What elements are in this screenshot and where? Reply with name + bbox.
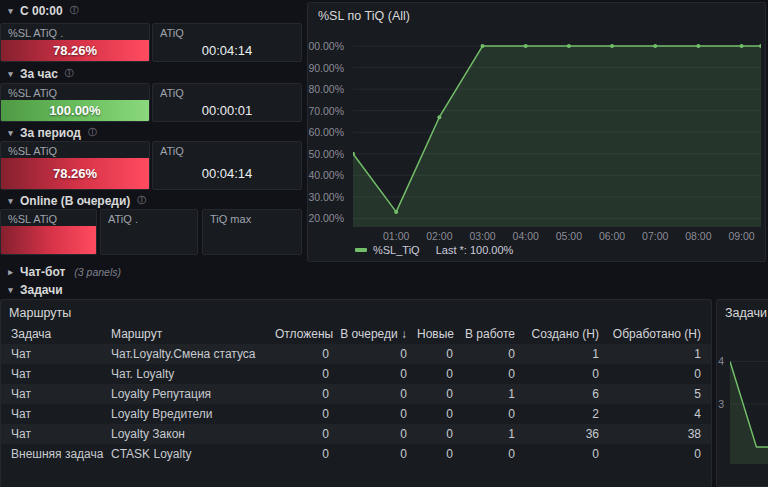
stat-panel-atiq-period: ATiQ 00:04:14 xyxy=(152,141,302,190)
table-row: Внешняя задачаCTASK Loyalty000000 xyxy=(1,444,711,464)
y-tick-label: 70.00% xyxy=(308,105,344,117)
stat-value: 78.26% xyxy=(53,166,97,181)
table-cell: 0 xyxy=(270,424,334,444)
stat-panel-atiq-day: ATiQ 00:04:14 xyxy=(152,23,302,62)
column-header[interactable]: Создано (Н) xyxy=(520,324,604,344)
chevron-down-icon: ▾ xyxy=(6,285,15,295)
table-cell: 0 xyxy=(520,364,604,384)
panel-title[interactable]: %SL ATiQ xyxy=(1,142,149,158)
table-cell: Чат xyxy=(6,384,106,404)
table-cell: Чат xyxy=(6,344,106,364)
column-header[interactable]: Отложены xyxy=(270,324,334,344)
chevron-down-icon: ▾ xyxy=(6,196,15,206)
stat-value: 00:04:14 xyxy=(153,158,301,189)
row-header-period[interactable]: ▾ За период ⓘ xyxy=(6,125,97,140)
row-info-icon[interactable]: ⓘ xyxy=(88,126,97,139)
time-series-plot[interactable] xyxy=(730,340,768,464)
chevron-right-icon: ▸ xyxy=(6,267,15,277)
stat-value-bar: 78.26% xyxy=(1,40,149,61)
x-tick-label: 02:00 xyxy=(426,230,452,242)
table-cell: 0 xyxy=(270,444,334,464)
panel-title[interactable]: ATiQ xyxy=(153,24,301,40)
table-cell: 0 xyxy=(270,364,334,384)
stat-value: 100.00% xyxy=(49,103,100,118)
x-tick-label: 05:00 xyxy=(556,230,582,242)
row-title: За период xyxy=(20,126,81,140)
table-cell: 0 xyxy=(334,344,412,364)
table-cell: Чат xyxy=(6,404,106,424)
y-tick-label: 3 xyxy=(718,398,724,410)
stat-panel-atiq-online: ATiQ . xyxy=(100,209,198,255)
panel-title[interactable]: %SL ATiQ . xyxy=(1,24,149,40)
table-cell: Loyalty Репутация xyxy=(106,384,270,404)
panel-title[interactable]: TiQ max xyxy=(203,210,301,226)
panel-title[interactable]: %SL ATiQ xyxy=(1,84,149,100)
table-cell: Чат xyxy=(6,364,106,384)
column-header[interactable]: Новые xyxy=(412,324,458,344)
row-header-online[interactable]: ▾ Online (В очереди) ⓘ xyxy=(6,193,146,208)
row-title: С 00:00 xyxy=(20,4,63,18)
panel-title[interactable]: Маршруты xyxy=(1,300,711,326)
stat-value xyxy=(101,226,197,254)
x-tick-label: 04:00 xyxy=(513,230,539,242)
y-tick-label: 4 xyxy=(718,355,724,367)
table-row: ЧатLoyalty Вредители000024 xyxy=(1,404,711,424)
row-header-since-0000[interactable]: ▾ С 00:00 ⓘ xyxy=(6,3,79,18)
table-cell: 5 xyxy=(604,384,706,404)
table-cell: 0 xyxy=(334,424,412,444)
column-header[interactable]: В очереди ↓ xyxy=(334,324,412,344)
chevron-down-icon: ▾ xyxy=(6,128,15,138)
chevron-down-icon: ▾ xyxy=(6,6,15,16)
panel-title[interactable]: ATiQ . xyxy=(101,210,197,226)
row-info-icon[interactable]: ⓘ xyxy=(137,194,146,207)
column-header[interactable]: Маршрут xyxy=(106,324,270,344)
column-header[interactable]: Обработано (Н) xyxy=(604,324,706,344)
row-header-hour[interactable]: ▾ За час ⓘ xyxy=(6,66,74,81)
row-header-tasks[interactable]: ▾ Задачи xyxy=(6,282,63,297)
table-cell: 1 xyxy=(458,384,520,404)
panel-title[interactable]: %SL по TiQ (All) xyxy=(308,3,765,29)
table-row: ЧатLoyalty Закон00013638 xyxy=(1,424,711,444)
column-header[interactable]: В работе xyxy=(458,324,520,344)
row-info-icon[interactable]: ⓘ xyxy=(70,4,79,17)
y-axis-labels: 100.00%90.00%80.00%70.00%60.00%50.00%40.… xyxy=(308,31,349,227)
table-cell: 38 xyxy=(604,424,706,444)
y-axis-labels: 43 xyxy=(717,340,729,464)
table-cell: Чат. Loyalty xyxy=(106,364,270,384)
time-series-svg xyxy=(353,31,761,227)
table-cell: 0 xyxy=(604,444,706,464)
table-cell: 0 xyxy=(334,364,412,384)
table-cell: 0 xyxy=(334,444,412,464)
x-tick-label: 06:00 xyxy=(599,230,625,242)
table-cell: 0 xyxy=(458,344,520,364)
timeseries-panel-tasks: Задачи (А 43 xyxy=(716,299,768,487)
table-cell: 2 xyxy=(520,404,604,424)
table-row: ЧатLoyalty Репутация000165 xyxy=(1,384,711,404)
row-info-icon[interactable]: ⓘ xyxy=(65,67,74,80)
stat-panel-atiq-hour: ATiQ 00:00:01 xyxy=(152,83,302,122)
table-cell: Чат.Loyalty.Смена статуса xyxy=(106,344,270,364)
stat-value: 00:04:14 xyxy=(153,40,301,61)
panel-title[interactable]: ATiQ xyxy=(153,84,301,100)
table-cell: 0 xyxy=(458,444,520,464)
y-tick-label: 30.00% xyxy=(308,191,344,203)
legend-series-color-icon xyxy=(355,248,367,252)
table-cell: 0 xyxy=(270,404,334,424)
legend: %SL_TiQ Last *: 100.00% xyxy=(355,244,513,256)
column-header[interactable]: Задача xyxy=(6,324,106,344)
table-row: ЧатЧат.Loyalty.Смена статуса000011 xyxy=(1,344,711,364)
row-header-chatbot[interactable]: ▸ Чат-бот (3 panels) xyxy=(6,264,121,279)
x-axis-labels: 01:0002:0003:0004:0005:0006:0007:0008:00… xyxy=(353,230,761,242)
table-cell: 0 xyxy=(412,404,458,424)
time-series-plot[interactable] xyxy=(353,31,761,227)
row-title: Чат-бот xyxy=(20,265,65,279)
legend-series-name[interactable]: %SL_TiQ xyxy=(373,244,420,256)
panel-title[interactable]: Задачи (А xyxy=(717,300,768,326)
stat-panel-sl-atiq-period: %SL ATiQ 78.26% xyxy=(0,141,150,190)
stat-panel-sl-atiq-online: %SL ATiQ xyxy=(0,209,97,255)
panel-title[interactable]: %SL ATiQ xyxy=(1,210,96,226)
stat-value-bar xyxy=(1,226,96,254)
x-tick-label: 01:00 xyxy=(383,230,409,242)
panel-title[interactable]: ATiQ xyxy=(153,142,301,158)
row-title: За час xyxy=(20,67,58,81)
